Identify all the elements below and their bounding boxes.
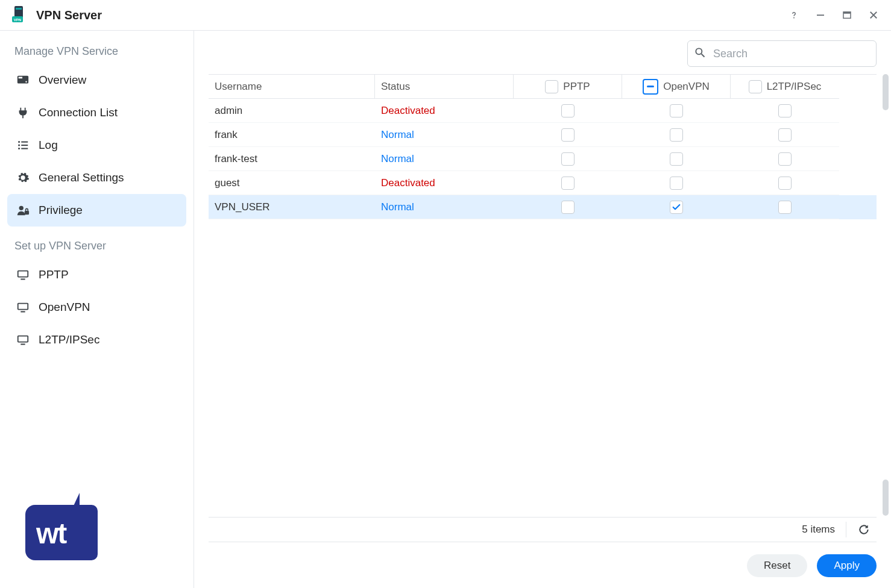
apply-button[interactable]: Apply: [817, 554, 877, 577]
table-row[interactable]: guestDeactivated: [209, 171, 877, 195]
sidebar: Manage VPN Service Overview Connection L…: [0, 31, 194, 588]
item-count: 5 items: [802, 524, 835, 536]
svg-text:VPN: VPN: [14, 18, 21, 22]
svg-rect-27: [19, 337, 28, 342]
svg-point-11: [18, 141, 20, 143]
svg-point-10: [25, 81, 27, 83]
col-pptp[interactable]: PPTP: [514, 75, 622, 99]
minimize-icon[interactable]: [814, 8, 827, 22]
svg-rect-16: [21, 148, 28, 149]
header-checkbox-openvpn[interactable]: [643, 79, 658, 95]
svg-point-28: [696, 48, 702, 54]
help-icon[interactable]: [787, 8, 801, 22]
svg-rect-23: [20, 311, 25, 312]
plug-icon: [16, 105, 30, 120]
header-checkbox-l2tp[interactable]: [749, 80, 762, 93]
list-icon: [16, 138, 30, 152]
cell-l2tp: [731, 123, 839, 147]
cell-username: guest: [209, 171, 375, 195]
cell-openvpn: [622, 195, 731, 219]
scrollbar-thumb[interactable]: [883, 480, 889, 516]
maximize-icon[interactable]: [840, 8, 854, 22]
refresh-button[interactable]: [846, 522, 872, 537]
checkbox[interactable]: [778, 177, 792, 190]
window-controls: [787, 8, 880, 22]
sidebar-item-log[interactable]: Log: [7, 129, 186, 161]
col-l2tp[interactable]: L2TP/IPSec: [731, 75, 839, 99]
svg-rect-14: [21, 145, 28, 146]
reset-button[interactable]: Reset: [747, 554, 807, 577]
header-checkbox-pptp[interactable]: [545, 80, 558, 93]
col-openvpn[interactable]: OpenVPN: [622, 75, 731, 99]
checkbox[interactable]: [561, 152, 575, 166]
search-box[interactable]: [687, 40, 877, 67]
checkbox[interactable]: [778, 152, 792, 166]
cell-status: Normal: [375, 123, 514, 147]
cell-l2tp: [731, 147, 839, 171]
monitor-icon: [16, 300, 30, 314]
col-status[interactable]: Status: [375, 75, 514, 99]
cell-l2tp: [731, 195, 839, 219]
svg-rect-18: [25, 211, 29, 214]
sidebar-section-manage: Manage VPN Service: [7, 40, 186, 64]
sidebar-item-general-settings[interactable]: General Settings: [7, 161, 186, 194]
checkbox[interactable]: [670, 152, 683, 166]
cell-username: admin: [209, 99, 375, 123]
privilege-table: Username Status PPTP OpenVPN L2TP/IPSec: [209, 74, 877, 219]
cell-openvpn: [622, 171, 731, 195]
checkbox[interactable]: [561, 104, 575, 117]
col-username[interactable]: Username: [209, 75, 375, 99]
checkbox[interactable]: [561, 177, 575, 190]
table-row[interactable]: frank-testNormal: [209, 147, 877, 171]
sidebar-item-overview[interactable]: Overview: [7, 64, 186, 96]
sidebar-item-openvpn[interactable]: OpenVPN: [7, 291, 186, 324]
checkbox[interactable]: [778, 104, 792, 117]
table-body: adminDeactivatedfrankNormalfrank-testNor…: [209, 99, 877, 219]
scrollbar-thumb[interactable]: [883, 74, 889, 110]
sidebar-item-privilege[interactable]: Privilege: [7, 194, 186, 227]
sidebar-item-l2tp[interactable]: L2TP/IPSec: [7, 324, 186, 356]
cell-l2tp: [731, 99, 839, 123]
table-header: Username Status PPTP OpenVPN L2TP/IPSec: [209, 75, 877, 99]
table-footer: 5 items: [209, 517, 877, 542]
svg-point-15: [18, 148, 20, 149]
titlebar: VPN VPN Server: [0, 0, 891, 31]
close-icon[interactable]: [867, 8, 880, 22]
checkbox[interactable]: [670, 104, 683, 117]
checkbox[interactable]: [778, 201, 792, 214]
checkbox[interactable]: [561, 128, 575, 142]
cell-openvpn: [622, 99, 731, 123]
table-row[interactable]: adminDeactivated: [209, 99, 877, 123]
sidebar-item-pptp[interactable]: PPTP: [7, 258, 186, 291]
sidebar-item-label: Overview: [39, 74, 86, 87]
cell-pptp: [514, 195, 622, 219]
app-window: VPN VPN Server Manage VPN Service: [0, 0, 891, 588]
svg-line-29: [702, 54, 705, 57]
table-row[interactable]: VPN_USERNormal: [209, 195, 877, 219]
sidebar-item-label: General Settings: [39, 171, 124, 184]
svg-rect-1: [16, 8, 22, 10]
monitor-icon: [16, 267, 30, 282]
cell-openvpn: [622, 123, 731, 147]
search-input[interactable]: [712, 47, 870, 61]
app-title: VPN Server: [36, 8, 102, 22]
cell-username: frank-test: [209, 147, 375, 171]
checkbox[interactable]: [670, 128, 683, 142]
privilege-icon: [16, 203, 30, 217]
cell-status: Deactivated: [375, 171, 514, 195]
col-l2tp-label: L2TP/IPSec: [767, 81, 822, 93]
cell-l2tp: [731, 171, 839, 195]
checkbox[interactable]: [670, 177, 683, 190]
sidebar-item-connection-list[interactable]: Connection List: [7, 96, 186, 129]
svg-point-4: [793, 17, 795, 19]
svg-point-13: [18, 144, 20, 146]
checkbox[interactable]: [670, 201, 683, 214]
cell-pptp: [514, 123, 622, 147]
svg-rect-21: [19, 272, 28, 277]
checkbox[interactable]: [778, 128, 792, 142]
checkbox[interactable]: [561, 201, 575, 214]
monitor-icon: [16, 333, 30, 347]
svg-rect-5: [817, 14, 824, 16]
col-pptp-label: PPTP: [563, 81, 590, 93]
table-row[interactable]: frankNormal: [209, 123, 877, 147]
